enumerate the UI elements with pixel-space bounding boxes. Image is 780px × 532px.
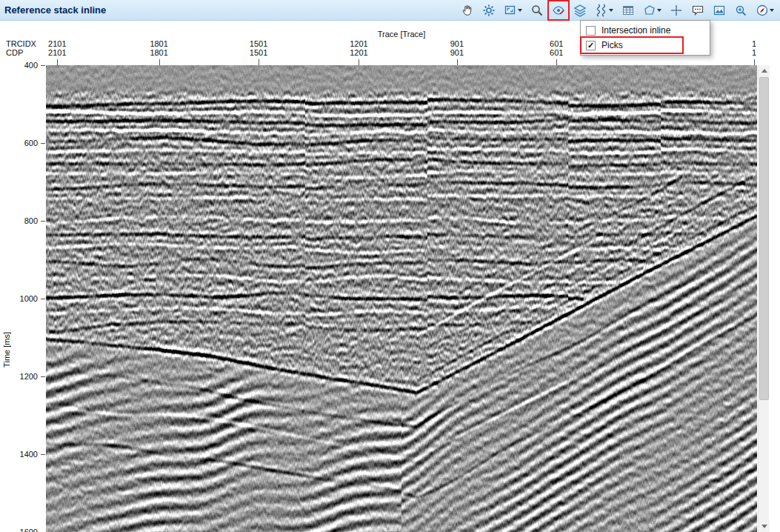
time-tick-mark [41,65,45,66]
trace-tick-mark [359,59,359,65]
highlight-box-picks [580,36,684,54]
display-options-icon[interactable] [550,1,567,19]
dropdown-caret-icon [770,9,774,12]
time-tick-label: 1000 [20,294,38,303]
trace-tick-label: 1 [752,39,756,48]
trace-tick-label: 1501 [250,39,267,48]
vertical-scrollbar[interactable] [758,65,769,532]
menu-item-picks[interactable]: ✓ Picks [581,38,710,53]
trace-tick-mark [457,59,458,65]
trace-tick-label: 901 [450,39,464,48]
trace-tick-label: 1801 [150,48,167,57]
layers-icon[interactable] [572,1,588,19]
seismic-plot-area [46,65,757,532]
display-options-menu: Intersection inline ✓ Picks [580,20,710,56]
snapshot-icon[interactable] [711,1,727,19]
axis-row-label-cdp: CDP [6,48,23,57]
scroll-up-button[interactable] [759,65,770,76]
trace-tick-label: 601 [550,39,563,48]
trace-tick-mark [556,59,557,65]
trace-tick-label: 2101 [48,39,66,48]
wiggle-display-icon[interactable] [593,1,615,19]
menu-item-label: Picks [601,40,623,50]
trace-tick-label: 2101 [48,48,66,57]
scrollbar-thumb[interactable] [759,77,769,400]
time-tick-mark [41,299,45,299]
scroll-down-button[interactable] [759,521,770,532]
trace-tick-mark [259,59,259,65]
toolbar [454,1,776,19]
dropdown-caret-icon [609,9,613,12]
crosshair-pick-icon[interactable] [668,1,684,19]
time-axis: 4006008001000120014001600 [0,65,46,532]
fit-to-window-icon[interactable] [502,1,524,19]
trace-tick-label: 1201 [350,48,367,57]
trace-tick-label: 1 [752,48,756,57]
time-tick-mark [41,143,45,144]
trace-tick-label: 1501 [250,48,267,57]
trace-tick-mark [754,59,755,65]
trace-tick-label: 1201 [350,39,367,48]
time-tick-label: 400 [24,61,38,70]
time-tick-label: 600 [24,139,38,147]
trace-tick-mark [159,59,160,65]
app-window: Reference stack inline [0,0,780,532]
titlebar: Reference stack inline [0,0,780,21]
seismic-image[interactable] [46,65,757,532]
trace-tick-mark [57,59,58,65]
scroll-down-icon [761,525,767,528]
time-tick-label: 800 [24,216,38,225]
menu-item-label: Intersection inline [601,25,670,36]
zoom-options-icon[interactable] [733,1,749,19]
picks-checkbox[interactable]: ✓ [586,41,596,50]
annotation-icon[interactable] [690,1,706,19]
zoom-icon[interactable] [529,1,545,19]
dropdown-caret-icon [518,9,522,12]
time-tick-label: 1200 [20,372,38,381]
menu-item-intersection-inline[interactable]: Intersection inline [581,23,710,38]
window-title: Reference stack inline [4,4,106,16]
trace-tick-marks [46,59,757,65]
time-tick-mark [41,376,45,377]
time-tick-mark [41,221,45,222]
dropdown-caret-icon [657,9,661,12]
time-tick-label: 1400 [20,450,38,459]
trace-tick-label: 601 [550,48,563,57]
scroll-up-icon [761,69,767,73]
pan-hand-icon[interactable] [459,1,476,19]
trace-tick-label: 901 [450,48,464,57]
compass-icon[interactable] [754,1,776,19]
intersection-inline-checkbox[interactable] [586,26,596,36]
time-axis-title: Time [ms] [2,332,11,368]
trace-tick-label: 1801 [150,39,167,48]
time-tick-mark [41,454,45,455]
spreadsheet-icon[interactable] [620,1,636,19]
settings-gear-icon[interactable] [481,1,497,19]
axis-row-label-trcidx: TRCIDX [6,39,36,48]
polygon-icon[interactable] [641,1,663,19]
time-tick-label: 1600 [20,528,38,532]
